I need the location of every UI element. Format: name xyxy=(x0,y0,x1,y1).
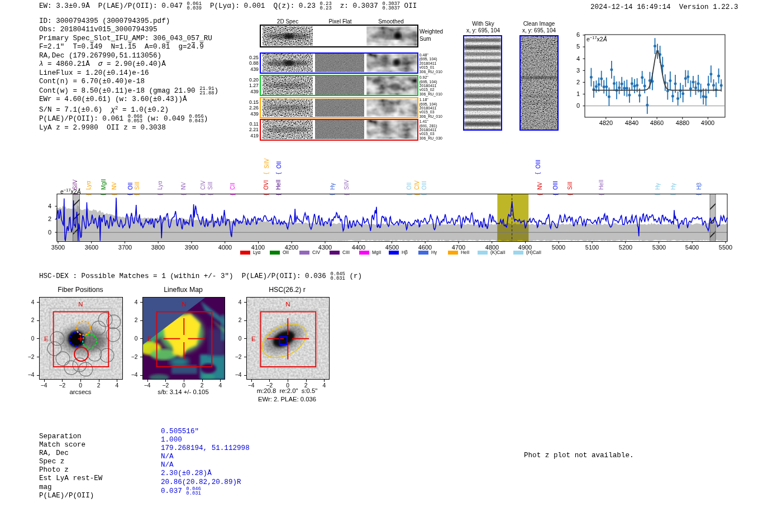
svg-text:E: E xyxy=(44,336,49,342)
svg-text:E: E xyxy=(251,336,256,342)
svg-text:N: N xyxy=(285,301,290,308)
svg-text:N: N xyxy=(182,301,186,308)
svg-text:N: N xyxy=(78,301,83,308)
svg-text:E: E xyxy=(147,336,152,342)
